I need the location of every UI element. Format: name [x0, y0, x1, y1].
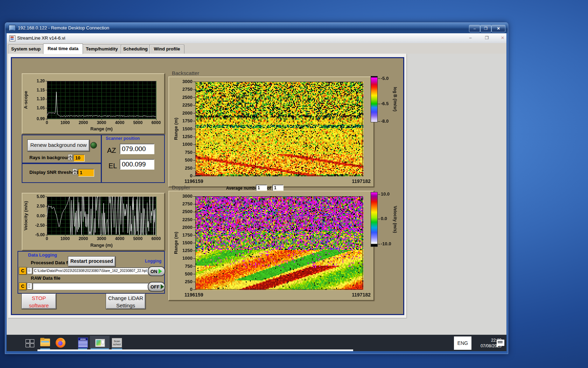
spinner-up-icon[interactable]: [72, 169, 77, 172]
start-icon: [26, 339, 30, 343]
scan-scheduler-label: Scan: [112, 340, 122, 343]
scanner-position-frame: Scanner position AZ 079.000 EL 000.099: [101, 135, 165, 183]
rays-spinner[interactable]: [68, 154, 72, 161]
app-minimize-button[interactable]: –: [466, 35, 475, 42]
tab-wind-profile[interactable]: Wind profile: [149, 45, 184, 54]
backscatter-colorbar: [370, 73, 399, 128]
el-label: EL: [108, 162, 117, 170]
app-thumbnail-icon: [96, 340, 101, 346]
processed-path-field[interactable]: C:\Lidar\Data\Proc\2023\202308\20230807\…: [33, 267, 149, 274]
start-button[interactable]: [26, 339, 34, 347]
notification-line-icon: [498, 341, 503, 342]
change-lidar-settings-button[interactable]: Change LiDAR Settings: [106, 293, 146, 309]
rays-value-field[interactable]: 10: [74, 155, 85, 162]
raw-drive-badge[interactable]: C: [19, 282, 27, 290]
velocity-plot: [22, 193, 163, 248]
folder-front-icon: [40, 342, 50, 346]
backscatter-title: Backscatter: [172, 70, 199, 76]
app-thumbnail-pane-icon: [102, 340, 104, 344]
firefox-button[interactable]: [56, 338, 65, 348]
tab-label: Scheduling: [123, 46, 148, 52]
tab-label: Real time data: [48, 46, 78, 51]
snr-value-field[interactable]: 1: [78, 169, 94, 177]
field-value: 1: [258, 185, 260, 190]
rdp-window-title: 192.168.0.122 - Remote Desktop Connectio…: [18, 25, 109, 30]
spinner-up-icon[interactable]: [68, 154, 72, 157]
tab-page: Renew background now Rays in background …: [8, 54, 406, 318]
app-window-title: StreamLine XR v14-6.vi: [17, 35, 65, 41]
button-line: software: [22, 302, 56, 309]
rdp-maximize-button[interactable]: ❐: [480, 25, 491, 32]
tab-real-time-data[interactable]: Real time data: [43, 43, 83, 54]
az-label: AZ: [107, 146, 116, 155]
drive-letter: C: [21, 284, 24, 289]
field-value: 10: [75, 155, 80, 161]
veek-app-button[interactable]: VEEK: [78, 338, 88, 348]
streamline-app-button[interactable]: [90, 336, 110, 350]
raw-path-field[interactable]: [33, 283, 149, 290]
az-value: 079.000: [120, 144, 154, 154]
toggle-on-icon: [159, 269, 162, 274]
az-readout: 079.000: [122, 145, 146, 152]
rays-in-background-label: Rays in background: [29, 155, 73, 160]
restore-icon: ❐: [485, 35, 489, 40]
app-restore-button[interactable]: ❐: [482, 35, 491, 42]
renew-background-button[interactable]: Renew background now: [27, 139, 90, 151]
path-browse-icon[interactable]: [27, 267, 32, 274]
rdp-minimize-button[interactable]: –: [469, 25, 480, 32]
remote-desktop-area: StreamLine XR v14-6.vi – ❐ ✕ System setu…: [7, 33, 506, 351]
tab-label: System setup: [11, 46, 41, 52]
minimize-icon: –: [469, 35, 472, 40]
backscatter-graph-panel: [168, 76, 374, 187]
logging-off-toggle[interactable]: OFF: [148, 282, 165, 292]
file-explorer-button[interactable]: [40, 338, 50, 347]
doppler-graph-panel: [168, 191, 374, 301]
button-line: STOP: [22, 294, 56, 302]
window-edge-strip: [37, 349, 353, 351]
toggle-label: ON: [150, 269, 158, 274]
close-icon: ✕: [497, 26, 500, 30]
notification-line-icon: [498, 342, 503, 343]
doppler-colorbar: [370, 190, 399, 250]
file-path: C:\Lidar\Data\Proc\2023\202308\20230807\…: [34, 269, 147, 273]
el-readout: 000.099: [122, 161, 146, 168]
toggle-label: OFF: [150, 284, 160, 289]
tab-scheduling[interactable]: Scheduling: [121, 45, 150, 54]
app-titlebar[interactable]: StreamLine XR v14-6.vi – ❐ ✕: [7, 33, 506, 43]
tab-strip: System setup Real time data Temp/humidit…: [7, 43, 506, 54]
ascope-graph-panel: [22, 73, 165, 134]
spinner-down-icon[interactable]: [72, 172, 77, 175]
path-browse-icon[interactable]: [27, 283, 32, 289]
front-panel: Renew background now Rays in background …: [11, 57, 404, 315]
ascope-plot: [22, 74, 163, 132]
veek-stripes-icon: [78, 341, 88, 347]
renew-background-led: [90, 142, 97, 149]
scan-scheduler-button[interactable]: Scan sched: [112, 338, 122, 348]
logging-on-toggle[interactable]: ON: [148, 266, 165, 276]
minimize-icon: –: [474, 26, 476, 30]
rdp-titlebar[interactable]: 192.168.0.122 - Remote Desktop Connectio…: [5, 23, 508, 33]
start-icon: [30, 343, 34, 347]
app-close-button[interactable]: ✕: [498, 35, 507, 42]
stop-software-button[interactable]: STOP software: [21, 293, 56, 309]
language-code: ENG: [457, 340, 468, 346]
tab-system-setup[interactable]: System setup: [8, 45, 44, 54]
logging-label: Logging: [145, 259, 161, 264]
tab-temp-humidity[interactable]: Temp/humidity: [82, 45, 121, 54]
average-number-label: Average number: [226, 186, 259, 191]
snr-spinner[interactable]: [72, 169, 77, 175]
el-value: 000.099: [120, 159, 154, 170]
close-icon: ✕: [501, 35, 504, 40]
language-indicator[interactable]: ENG: [454, 336, 471, 350]
veek-app-label: VEEK: [78, 338, 88, 341]
raw-data-file-label: RAW Data file: [31, 275, 61, 281]
data-logging-title: Data Logging: [28, 252, 57, 258]
rdp-close-button[interactable]: ✕: [491, 25, 505, 32]
drive-letter: C: [21, 268, 24, 273]
processed-drive-badge[interactable]: C: [19, 267, 27, 275]
action-center-icon[interactable]: [497, 340, 504, 346]
doppler-title: Doppler: [172, 184, 190, 190]
restart-processed-file-button[interactable]: Restart processed file: [68, 256, 115, 267]
spinner-down-icon[interactable]: [68, 157, 72, 161]
scan-scheduler-label: sched: [112, 343, 122, 346]
